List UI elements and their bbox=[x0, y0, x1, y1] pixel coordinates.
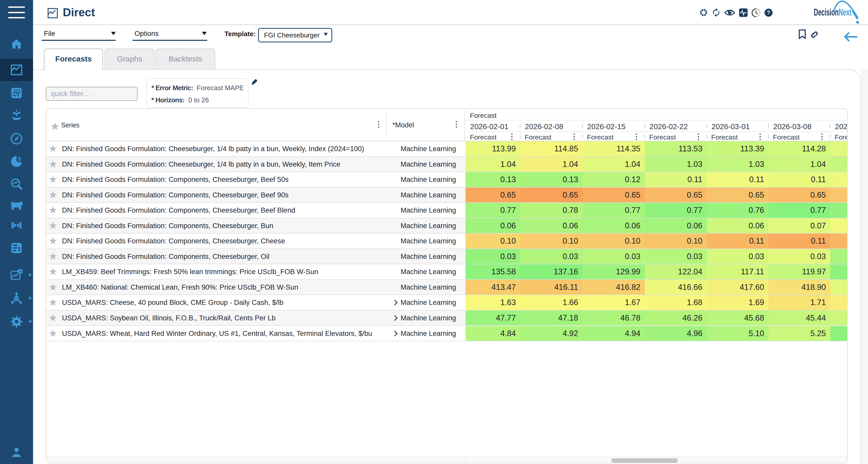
svg-text:$: $ bbox=[18, 156, 21, 162]
svg-text:?: ? bbox=[767, 9, 770, 15]
